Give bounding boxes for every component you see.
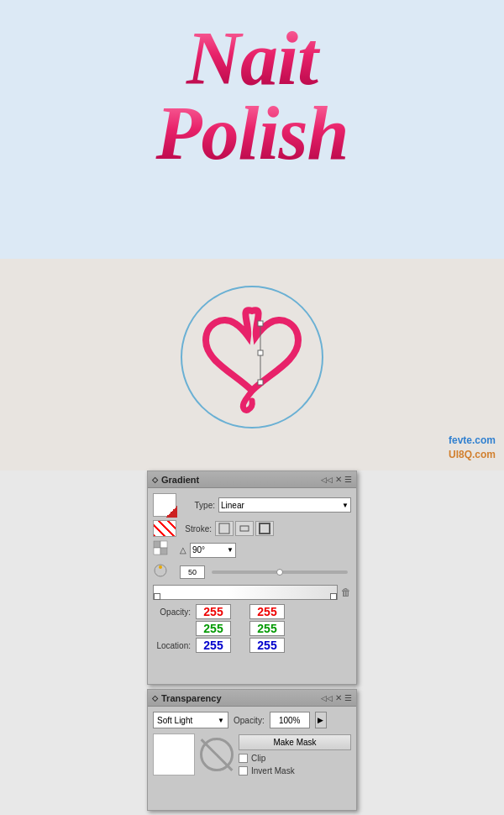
panel-menu-icon[interactable]: ☰ — [344, 475, 352, 484]
blend-dropdown-arrow[interactable]: ▼ — [218, 717, 224, 724]
svg-rect-6 — [260, 523, 270, 534]
transparency-double-arrow[interactable]: ◁◁ — [321, 694, 333, 702]
stroke-icon-1 — [218, 523, 230, 534]
foreground-swatch[interactable] — [153, 493, 176, 517]
svg-rect-10 — [160, 548, 167, 555]
gradient-bar-container: 🗑 — [153, 584, 351, 601]
svg-rect-7 — [154, 541, 160, 548]
green-right[interactable]: 255 — [249, 621, 285, 636]
panel-close-icon[interactable]: ✕ — [335, 475, 342, 484]
stroke-btn-3[interactable] — [255, 521, 274, 536]
panel-header-controls[interactable]: ◁◁ ✕ ☰ — [321, 475, 352, 484]
gradient-stop-left[interactable] — [154, 593, 160, 600]
stroke-swatch-spacer — [153, 520, 176, 537]
canvas-area: Nait Polish fevte.com UI8Q.com — [0, 0, 504, 471]
watermark-line1: fevte.com — [449, 434, 496, 448]
location-color-row: Location: 255 255 — [153, 638, 351, 653]
transparency-panel-header: ◇ Transparency ◁◁ ✕ ☰ — [148, 690, 356, 707]
opacity-value-field[interactable]: 100% — [270, 712, 310, 728]
no-symbol-icon[interactable] — [200, 738, 234, 771]
blue-right[interactable]: 255 — [249, 638, 285, 653]
stroke-icon-3 — [259, 523, 270, 534]
trash-icon[interactable]: 🗑 — [341, 586, 351, 598]
heart-svg — [189, 298, 315, 416]
stroke-swatch[interactable] — [153, 520, 176, 537]
clip-checkbox[interactable] — [239, 754, 248, 763]
opacity-value: 100% — [279, 716, 301, 725]
gradient-panel-body: Type: Linear ▼ Stroke: — [148, 488, 356, 660]
svg-rect-5 — [240, 526, 249, 531]
swatch-area — [153, 493, 180, 517]
transparency-panel-title: ◇ Transparency — [152, 693, 222, 703]
watermark: fevte.com UI8Q.com — [449, 434, 496, 462]
mask-row: Make Mask Clip Invert Mask — [153, 734, 351, 776]
location-label: Location: — [153, 641, 191, 650]
type-value: Linear — [221, 501, 244, 510]
angle-dropdown-arrow[interactable]: ▼ — [227, 546, 234, 554]
blend-mode-select[interactable]: Soft Light ▼ — [153, 712, 228, 728]
make-mask-button[interactable]: Make Mask — [239, 734, 351, 750]
opacity-label-text: Opacity: — [234, 716, 265, 725]
type-label: Type: — [183, 501, 215, 510]
offset-icon-spacer — [153, 563, 176, 581]
svg-rect-9 — [154, 548, 160, 555]
svg-point-12 — [159, 565, 162, 569]
angle-triangle-icon: △ — [180, 545, 186, 555]
angle-icon-area — [153, 540, 176, 560]
type-select[interactable]: Linear ▼ — [218, 497, 351, 513]
panel-double-arrow[interactable]: ◁◁ — [321, 476, 333, 484]
gradient-offset-row: 50 — [153, 563, 351, 581]
transparency-title-text: Transparency — [161, 693, 222, 703]
clip-checkbox-row: Clip — [239, 754, 351, 763]
stroke-swatch-pattern — [154, 521, 176, 536]
gradient-panel: ◇ Gradient ◁◁ ✕ ☰ Type: Linear ▼ — [147, 471, 357, 685]
mask-buttons: Make Mask Clip Invert Mask — [239, 734, 351, 776]
invert-mask-checkbox[interactable] — [239, 766, 248, 776]
transparency-close-icon[interactable]: ✕ — [335, 693, 342, 702]
offset-value-field[interactable]: 50 — [180, 565, 205, 579]
stroke-btn-1[interactable] — [215, 521, 234, 536]
slider-thumb[interactable] — [276, 569, 283, 576]
angle-select[interactable]: 90° ▼ — [190, 543, 236, 558]
blend-opacity-row: Soft Light ▼ Opacity: 100% ▶ — [153, 712, 351, 728]
blend-mode-value: Soft Light — [157, 716, 192, 725]
opacity-left-r[interactable]: 255 — [196, 604, 231, 619]
text-line2: Polish — [155, 92, 348, 175]
transparency-menu-icon[interactable]: ☰ — [344, 693, 352, 702]
blue-left[interactable]: 255 — [196, 638, 231, 653]
stroke-btn-2[interactable] — [235, 521, 254, 536]
gradient-bar[interactable] — [153, 585, 338, 600]
green-left[interactable]: 255 — [196, 621, 231, 636]
type-dropdown-arrow[interactable]: ▼ — [342, 502, 349, 509]
gradient-type-row: Type: Linear ▼ — [153, 493, 351, 517]
offset-slider[interactable] — [212, 570, 348, 574]
svg-rect-8 — [160, 541, 167, 548]
gradient-title-text: Gradient — [161, 475, 199, 485]
mask-white-square[interactable] — [153, 734, 195, 776]
text-line1: Nait — [155, 17, 348, 100]
transparency-diamond-icon: ◇ — [152, 694, 158, 702]
svg-rect-1 — [258, 321, 263, 326]
opacity-color-row: Opacity: 255 255 — [153, 604, 351, 619]
transparency-panel-body: Soft Light ▼ Opacity: 100% ▶ Make Mask C… — [148, 707, 356, 781]
gradient-stop-right[interactable] — [330, 593, 337, 600]
opacity-right-r[interactable]: 255 — [249, 604, 285, 619]
invert-mask-label: Invert Mask — [251, 766, 295, 776]
angle-value: 90° — [192, 545, 205, 555]
stroke-label: Stroke: — [180, 524, 212, 534]
transparency-header-controls[interactable]: ◁◁ ✕ ☰ — [321, 693, 352, 702]
opacity-label: Opacity: — [153, 607, 191, 617]
svg-rect-3 — [258, 350, 263, 355]
opacity-right-arrow[interactable]: ▶ — [315, 712, 327, 728]
offset-icon — [153, 563, 168, 578]
background-swatch-corner — [165, 506, 177, 518]
gradient-bar-checker — [154, 586, 227, 599]
circle-container — [181, 286, 323, 429]
invert-mask-checkbox-row: Invert Mask — [239, 766, 351, 776]
transparency-panel: ◇ Transparency ◁◁ ✕ ☰ Soft Light ▼ Opaci… — [147, 689, 357, 811]
angle-label: △ — [180, 545, 186, 555]
gradient-angle-row: △ 90° ▼ — [153, 540, 351, 560]
svg-rect-4 — [219, 523, 229, 534]
gradient-diamond-icon: ◇ — [152, 476, 158, 484]
stroke-buttons — [215, 521, 274, 536]
